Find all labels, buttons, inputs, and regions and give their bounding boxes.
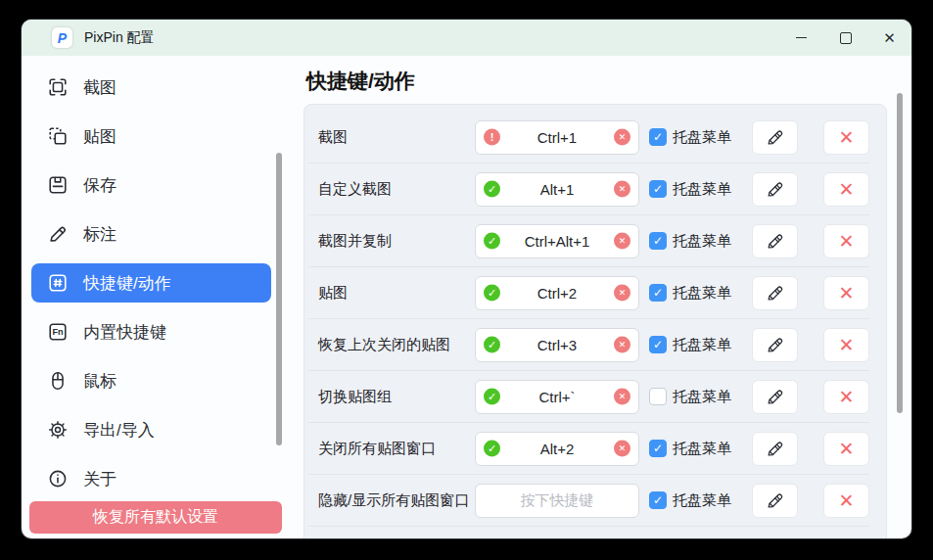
delete-hotkey-button[interactable]: ✕ <box>823 172 869 207</box>
tray-menu-option: 托盘菜单 <box>649 388 732 406</box>
sidebar-item-info[interactable]: 关于 <box>31 459 271 498</box>
edit-hotkey-button[interactable] <box>752 432 798 466</box>
tray-menu-checkbox[interactable] <box>649 388 667 405</box>
pencil-icon <box>765 231 785 252</box>
sidebar-item-save[interactable]: 保存 <box>31 165 271 205</box>
action-label: 截图并复制 <box>308 232 475 251</box>
mouse-icon <box>47 370 69 392</box>
edit-hotkey-button[interactable] <box>752 172 798 207</box>
edit-hotkey-button[interactable] <box>752 484 798 518</box>
pixpin-config-window: P PixPin 配置 ✕ 截图 贴图 保存 标注 快捷键/动作 Fn 内置快捷… <box>22 20 911 538</box>
hotkey-input[interactable]: ✓ Alt+1 ✕ <box>475 172 639 207</box>
status-icon: ✓ <box>484 337 500 353</box>
hotkey-row: 截图并复制 ✓ Ctrl+Alt+1 ✕ ✓ 托盘菜单 ✕ <box>308 215 869 267</box>
pencil-icon <box>765 439 785 459</box>
sidebar-item-gear[interactable]: 导出/导入 <box>31 410 271 449</box>
hotkey-input[interactable]: ✓ Ctrl+` ✕ <box>475 380 639 414</box>
maximize-button[interactable] <box>823 20 867 56</box>
tray-menu-option: ✓ 托盘菜单 <box>649 336 732 354</box>
hotkey-row: 贴图 ✓ Ctrl+2 ✕ ✓ 托盘菜单 ✕ <box>308 267 869 319</box>
content-scrollbar[interactable] <box>897 93 903 413</box>
pencil-icon <box>765 127 785 148</box>
sidebar-item-label: 快捷键/动作 <box>83 272 171 295</box>
delete-hotkey-button[interactable]: ✕ <box>823 432 869 466</box>
clear-hotkey-icon[interactable]: ✕ <box>614 181 630 198</box>
info-icon <box>47 468 69 490</box>
close-button[interactable]: ✕ <box>867 20 911 56</box>
sidebar-scrollbar[interactable] <box>276 153 282 445</box>
sidebar-item-pin-image[interactable]: 贴图 <box>31 117 271 156</box>
action-label: 自定义截图 <box>308 180 475 199</box>
tray-menu-checkbox[interactable]: ✓ <box>649 232 667 250</box>
delete-hotkey-button[interactable]: ✕ <box>823 328 869 362</box>
edit-hotkey-button[interactable] <box>752 120 798 155</box>
clear-hotkey-icon[interactable]: ✕ <box>614 129 630 146</box>
edit-hotkey-button[interactable] <box>752 276 798 310</box>
status-icon: ✓ <box>484 389 500 405</box>
edit-hotkey-button[interactable] <box>752 224 798 258</box>
tray-menu-option: ✓ 托盘菜单 <box>649 232 732 251</box>
delete-x-icon: ✕ <box>839 491 855 510</box>
pin-image-icon <box>47 125 69 147</box>
delete-x-icon: ✕ <box>839 336 855 354</box>
delete-hotkey-button[interactable]: ✕ <box>823 484 869 518</box>
clear-hotkey-icon[interactable]: ✕ <box>614 285 630 302</box>
sidebar-item-mouse[interactable]: 鼠标 <box>31 361 271 400</box>
hotkey-row: 截图 ! Ctrl+1 ✕ ✓ 托盘菜单 ✕ <box>308 112 869 163</box>
sidebar-item-fn[interactable]: Fn 内置快捷键 <box>31 312 271 351</box>
hotkey-value: Ctrl+Alt+1 <box>525 233 590 250</box>
tray-menu-option: ✓ 托盘菜单 <box>649 128 732 147</box>
tray-menu-checkbox[interactable]: ✓ <box>649 440 667 457</box>
sidebar-item-hotkey[interactable]: 快捷键/动作 <box>31 263 271 303</box>
tray-menu-checkbox[interactable]: ✓ <box>649 128 667 146</box>
hotkey-row: 切换贴图组 ✓ Ctrl+` ✕ 托盘菜单 ✕ <box>308 371 869 423</box>
tray-menu-label: 托盘菜单 <box>673 491 731 510</box>
delete-hotkey-button[interactable]: ✕ <box>823 224 869 258</box>
sidebar-item-label: 保存 <box>83 174 117 197</box>
action-label: 恢复上次关闭的贴图 <box>308 336 475 354</box>
hotkey-value: Alt+1 <box>540 181 575 198</box>
tray-menu-label: 托盘菜单 <box>673 388 731 406</box>
sidebar-item-label: 关于 <box>83 468 117 490</box>
annotate-icon <box>47 223 69 245</box>
sidebar-item-annotate[interactable]: 标注 <box>31 214 271 254</box>
minimize-button[interactable] <box>779 20 823 56</box>
clear-hotkey-icon[interactable]: ✕ <box>614 337 630 353</box>
gear-icon <box>47 419 69 441</box>
hotkey-input[interactable]: ✓ Ctrl+Alt+1 ✕ <box>475 224 639 258</box>
hotkey-input[interactable]: ✓ Ctrl+3 ✕ <box>475 328 639 362</box>
pencil-icon <box>765 490 785 511</box>
edit-hotkey-button[interactable] <box>752 380 798 414</box>
sidebar-item-label: 内置快捷键 <box>83 321 166 344</box>
hotkey-input[interactable]: ! Ctrl+1 ✕ <box>475 120 639 155</box>
hotkey-icon <box>47 272 69 294</box>
hotkey-input[interactable]: ✓ Ctrl+2 ✕ <box>475 276 639 310</box>
hotkey-panel: 截图 ! Ctrl+1 ✕ ✓ 托盘菜单 ✕ 自定义截图 ✓ Alt+1 ✕ ✓ <box>303 104 887 538</box>
clear-hotkey-icon[interactable]: ✕ <box>614 441 630 457</box>
tray-menu-checkbox[interactable]: ✓ <box>649 491 667 509</box>
delete-x-icon: ✕ <box>839 128 855 147</box>
restore-defaults-button[interactable]: 恢复所有默认设置 <box>29 501 282 534</box>
hotkey-input[interactable]: 按下快捷键 <box>475 484 639 518</box>
clear-hotkey-icon[interactable]: ✕ <box>614 233 630 250</box>
save-icon <box>47 174 69 196</box>
hotkey-value: Ctrl+1 <box>537 129 577 146</box>
tray-menu-checkbox[interactable]: ✓ <box>649 180 667 198</box>
hotkey-input[interactable]: ✓ Alt+2 ✕ <box>475 432 639 466</box>
sidebar-item-label: 贴图 <box>83 125 117 148</box>
status-icon: ✓ <box>484 181 500 198</box>
tray-menu-option: ✓ 托盘菜单 <box>649 284 732 303</box>
delete-hotkey-button[interactable]: ✕ <box>823 276 869 310</box>
delete-hotkey-button[interactable]: ✕ <box>823 120 869 155</box>
sidebar-item-label: 鼠标 <box>83 370 117 393</box>
clear-hotkey-icon[interactable]: ✕ <box>614 389 630 405</box>
sidebar-item-label: 截图 <box>83 76 117 99</box>
sidebar-item-screenshot[interactable]: 截图 <box>31 68 271 107</box>
tray-menu-label: 托盘菜单 <box>673 440 731 458</box>
edit-hotkey-button[interactable] <box>752 328 798 362</box>
tray-menu-option: ✓ 托盘菜单 <box>649 440 732 458</box>
delete-hotkey-button[interactable]: ✕ <box>823 380 869 414</box>
tray-menu-label: 托盘菜单 <box>673 232 731 251</box>
tray-menu-checkbox[interactable]: ✓ <box>649 284 667 302</box>
tray-menu-checkbox[interactable]: ✓ <box>649 336 667 353</box>
